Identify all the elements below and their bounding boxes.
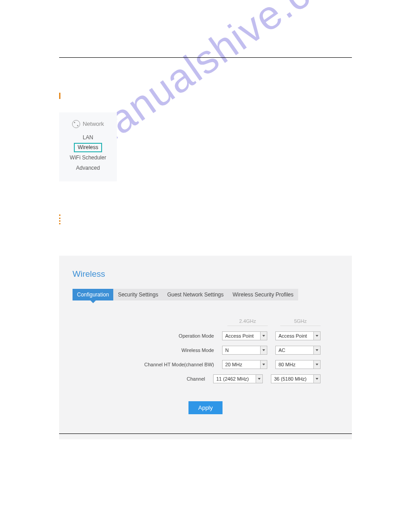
chevron-down-icon xyxy=(313,332,320,340)
select-value: N xyxy=(223,346,260,354)
select-value: AC xyxy=(276,346,313,354)
config-row: Channel HT Mode(channel BW)20 MHz80 MHz xyxy=(73,360,338,369)
select-operation-mode-24ghz[interactable]: Access Point xyxy=(222,331,267,340)
select-value: Access Point xyxy=(276,332,313,340)
select-channel-5ghz[interactable]: 36 (5180 MHz) xyxy=(271,374,321,383)
select-value: Access Point xyxy=(223,332,260,340)
step-marker-1 xyxy=(59,93,352,99)
network-nav-widget: Network LANWirelessWiFi SchedulerAdvance… xyxy=(59,112,117,181)
wireless-panel: Wireless ConfigurationSecurity SettingsG… xyxy=(59,256,352,439)
select-wireless-mode-24ghz[interactable]: N xyxy=(222,346,267,355)
select-value: 36 (5180 MHz) xyxy=(271,375,313,383)
select-channel-ht-mode-channel-bw--24ghz[interactable]: 20 MHz xyxy=(222,360,267,369)
chevron-down-icon xyxy=(256,375,262,383)
config-label: Operation Mode xyxy=(73,333,214,339)
tab-security-settings[interactable]: Security Settings xyxy=(113,289,163,300)
chevron-down-icon xyxy=(260,332,267,340)
config-row: Operation ModeAccess PointAccess Point xyxy=(73,331,338,340)
select-channel-ht-mode-channel-bw--5ghz[interactable]: 80 MHz xyxy=(275,360,321,369)
select-wireless-mode-5ghz[interactable]: AC xyxy=(275,346,321,355)
network-nav-title: Network xyxy=(83,119,104,130)
chevron-down-icon xyxy=(313,375,320,383)
tab-configuration[interactable]: Configuration xyxy=(73,289,113,300)
tab-wireless-security-profiles[interactable]: Wireless Security Profiles xyxy=(228,289,298,300)
column-header-24ghz: 2.4GHz xyxy=(227,318,268,326)
select-value: 80 MHz xyxy=(276,360,313,369)
bottom-divider xyxy=(59,433,352,434)
nav-item-wifi-scheduler[interactable]: WiFi Scheduler xyxy=(59,153,117,163)
select-value: 20 MHz xyxy=(223,360,260,369)
config-label: Channel HT Mode(channel BW) xyxy=(73,362,214,367)
tab-guest-network-settings[interactable]: Guest Network Settings xyxy=(163,289,228,300)
chevron-down-icon xyxy=(260,360,267,369)
wireless-tabs: ConfigurationSecurity SettingsGuest Netw… xyxy=(73,289,338,300)
wireless-panel-title: Wireless xyxy=(73,269,338,279)
nav-item-advanced[interactable]: Advanced xyxy=(59,163,117,173)
network-nav-title-row: Network xyxy=(59,119,117,130)
network-icon xyxy=(72,120,80,128)
config-row: Wireless ModeNAC xyxy=(73,346,338,355)
nav-item-lan[interactable]: LAN xyxy=(59,133,117,143)
nav-item-wireless[interactable]: Wireless xyxy=(74,143,102,152)
top-divider xyxy=(59,57,352,58)
step-marker-2 xyxy=(59,215,352,224)
chevron-down-icon xyxy=(260,346,267,354)
select-channel-24ghz[interactable]: 11 (2462 MHz) xyxy=(213,374,263,383)
wireless-config-grid: 2.4GHz 5GHz Operation ModeAccess PointAc… xyxy=(73,318,338,383)
config-row: Channel11 (2462 MHz)36 (5180 MHz) xyxy=(73,374,338,383)
config-column-headers: 2.4GHz 5GHz xyxy=(73,318,338,326)
config-label: Wireless Mode xyxy=(73,348,214,353)
chevron-down-icon xyxy=(313,360,320,369)
chevron-down-icon xyxy=(313,346,320,354)
select-value: 11 (2462 MHz) xyxy=(214,375,256,383)
apply-button[interactable]: Apply xyxy=(188,401,223,414)
column-header-5ghz: 5GHz xyxy=(280,318,321,326)
select-operation-mode-5ghz[interactable]: Access Point xyxy=(275,331,321,340)
config-label: Channel xyxy=(73,376,205,382)
